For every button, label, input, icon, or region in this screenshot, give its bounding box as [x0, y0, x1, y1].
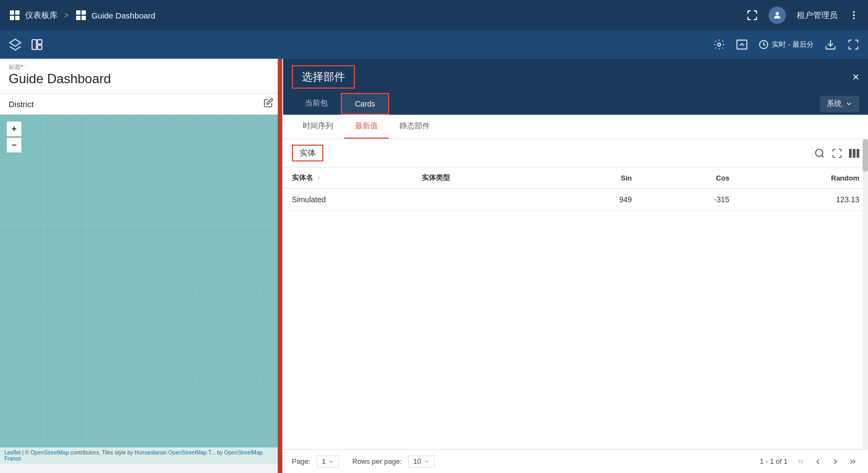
tab-current-package[interactable]: 当前包	[292, 93, 341, 115]
th-entity-name-label: 实体名	[292, 173, 313, 182]
expand-icon-btn[interactable]	[847, 39, 859, 51]
th-cos-label: Cos	[716, 174, 729, 182]
tab-current-package-label: 当前包	[305, 98, 328, 107]
avatar-circle	[769, 7, 786, 24]
th-cos: Cos	[641, 167, 738, 189]
zoom-out-btn[interactable]: −	[7, 138, 22, 153]
map-area: + − Leaflet | © OpenStreetMap contributo…	[0, 115, 282, 464]
widget-tabs: 当前包 Cards 系统	[292, 93, 859, 115]
widget-header: 选择部件 × 当前包 Cards 系统	[283, 59, 868, 115]
pagination: Page: 1 Rows per page: 10 1 - 1 of 1	[283, 449, 868, 473]
nav-left: 仪表板库 > Guide Dashboard	[9, 9, 747, 21]
subtitle-text: 标题	[9, 64, 21, 70]
svg-rect-15	[38, 45, 42, 49]
th-entity-type: 实体类型	[413, 167, 543, 189]
district-bar: District	[0, 94, 282, 115]
map-attribution: Leaflet | © OpenStreetMap contributors, …	[0, 447, 282, 464]
required-marker: *	[21, 64, 23, 70]
layout-icon-btn[interactable]	[30, 38, 43, 51]
svg-rect-0	[10, 10, 14, 15]
last-page-btn[interactable]	[846, 456, 859, 467]
svg-rect-3	[15, 16, 20, 20]
more-icon-btn[interactable]	[848, 10, 859, 21]
nav-separator: >	[64, 11, 68, 20]
th-entity-type-label: 实体类型	[422, 173, 450, 182]
scrollbar-thumb[interactable]	[863, 139, 868, 172]
time-text: 实时 - 最后分	[772, 40, 814, 49]
chart-icon-btn[interactable]	[736, 39, 748, 51]
map-controls: + −	[7, 121, 22, 153]
table-scrollbar[interactable]	[863, 139, 868, 449]
page-nav	[794, 456, 859, 467]
next-page-btn[interactable]	[829, 456, 842, 467]
panel-title: Guide Dashboard	[9, 71, 273, 91]
page-label: Page:	[292, 457, 310, 465]
second-toolbar: 实时 - 最后分	[0, 30, 868, 59]
th-sin-label: Sin	[621, 174, 632, 182]
sub-tab-latest-value[interactable]: 最新值	[344, 115, 389, 139]
td-entity-type	[413, 189, 543, 211]
panel-header: 标题* Guide Dashboard	[0, 59, 282, 94]
left-panel: 标题* Guide Dashboard District + − Leaflet…	[0, 59, 283, 473]
widget-header-top: 选择部件 ×	[292, 65, 859, 93]
svg-point-16	[718, 43, 721, 46]
top-nav: 仪表板库 > Guide Dashboard 租户管理员	[0, 0, 868, 30]
zoom-in-btn[interactable]: +	[7, 121, 22, 136]
panel-subtitle: 标题*	[9, 63, 273, 71]
th-entity-name: 实体名 ↑	[283, 167, 413, 189]
rows-per-page-select[interactable]: 10	[408, 455, 434, 468]
sub-tabs: 时间序列 最新值 静态部件	[283, 115, 868, 139]
toolbar-right: 实时 - 最后分	[713, 39, 859, 51]
osm-link[interactable]: OpenStreetMap	[30, 450, 69, 456]
prev-page-btn[interactable]	[811, 456, 825, 467]
system-dropdown[interactable]: 系统	[820, 96, 859, 112]
attribution-sep: | ©	[22, 450, 29, 456]
td-entity-name: Simulated	[283, 189, 413, 211]
edit-icon-btn[interactable]	[264, 98, 273, 110]
user-avatar[interactable]	[769, 7, 786, 24]
sub-tab-time-series[interactable]: 时间序列	[292, 115, 344, 139]
col-bar-1	[849, 149, 852, 158]
first-page-btn[interactable]	[794, 456, 807, 467]
tab-cards-label: Cards	[355, 99, 375, 108]
layers-icon-btn[interactable]	[9, 38, 22, 51]
th-random-label: Random	[831, 174, 859, 182]
data-table: 实体名 ↑ 实体类型 Sin Cos Random	[283, 167, 868, 211]
svg-rect-1	[15, 10, 20, 15]
svg-point-9	[853, 11, 854, 13]
humanitarian-link[interactable]: Humanitarian OpenStreetMap T...	[135, 450, 216, 456]
svg-rect-2	[10, 16, 14, 20]
col-bar-2	[853, 149, 855, 158]
district-label: District	[9, 99, 34, 109]
td-cos: -315	[641, 189, 738, 211]
close-btn[interactable]: ×	[852, 70, 859, 84]
fullscreen-table-icon-btn[interactable]	[832, 148, 842, 159]
table-toolbar: 实体	[283, 139, 868, 167]
leaflet-link[interactable]: Leaflet	[4, 450, 21, 456]
col-bar-3	[857, 149, 859, 158]
table-row[interactable]: Simulated 949 -315 123.13	[283, 189, 868, 211]
sub-tab-static[interactable]: 静态部件	[389, 115, 441, 139]
sort-icon[interactable]: ↑	[317, 175, 321, 181]
dashboard-name-label: Guide Dashboard	[91, 11, 155, 20]
search-icon-btn[interactable]	[814, 148, 825, 159]
rows-per-page-label: Rows per page:	[352, 457, 402, 465]
tab-cards[interactable]: Cards	[341, 93, 389, 115]
time-label[interactable]: 实时 - 最后分	[759, 40, 814, 49]
download-icon-btn[interactable]	[825, 39, 836, 51]
map-tile	[0, 115, 282, 464]
th-random: Random	[738, 167, 868, 189]
svg-rect-14	[38, 40, 42, 44]
sub-tab-static-label: 静态部件	[399, 121, 430, 130]
right-scrollbar	[278, 59, 282, 473]
fullscreen-icon-btn[interactable]	[747, 10, 758, 21]
svg-line-21	[822, 155, 824, 157]
page-count-label: 1 - 1 of 1	[760, 457, 788, 465]
columns-toggle-btn[interactable]	[849, 149, 859, 158]
app-name-label: 仪表板库	[25, 10, 58, 21]
svg-marker-12	[10, 39, 21, 46]
svg-rect-17	[737, 40, 747, 49]
settings-icon-btn[interactable]	[713, 39, 725, 51]
app-grid-icon	[9, 9, 21, 21]
page-select[interactable]: 1	[317, 455, 339, 468]
